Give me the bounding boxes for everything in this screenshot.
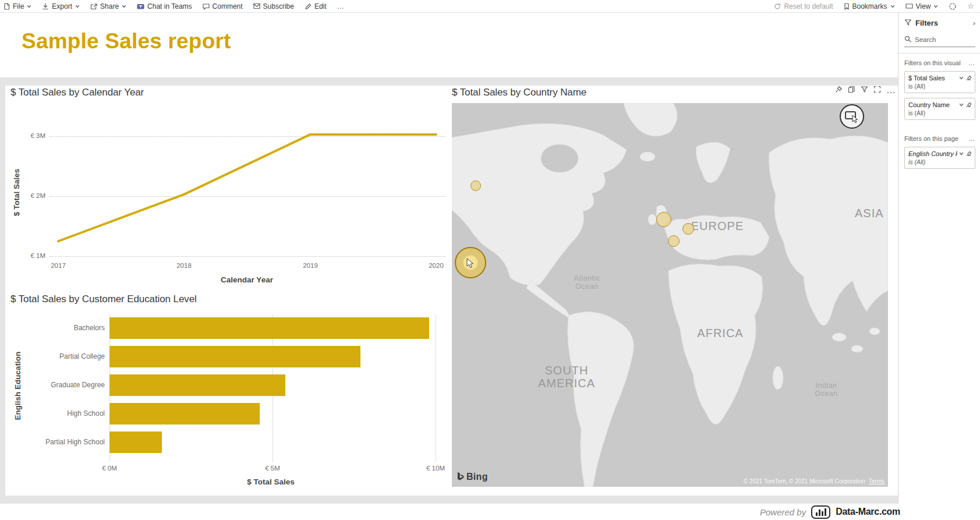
file-icon bbox=[3, 3, 10, 10]
bar-x-tick-10m: € 10M bbox=[419, 465, 452, 472]
x-tick-2019: 2019 bbox=[296, 262, 325, 269]
map-bubble-united-kingdom[interactable] bbox=[656, 212, 671, 227]
filter-field-name: $ Total Sales bbox=[908, 75, 957, 82]
bar-label-high-school: High School bbox=[23, 409, 105, 418]
bar-partial-high-school[interactable] bbox=[109, 431, 162, 453]
bing-label: Bing bbox=[466, 472, 488, 482]
view-menu[interactable]: View bbox=[905, 2, 939, 10]
x-tick-2018: 2018 bbox=[169, 262, 199, 269]
y-tick-3m: € 3M bbox=[22, 132, 45, 139]
filter-funnel-icon bbox=[904, 19, 912, 27]
filter-condition: is (All) bbox=[908, 109, 972, 116]
sales-by-year-line[interactable] bbox=[49, 122, 451, 265]
page-title: Sample Sales report bbox=[22, 29, 231, 54]
bar-chart-title: $ Total Sales by Customer Education Leve… bbox=[10, 293, 197, 305]
map-bubble-france[interactable] bbox=[668, 235, 680, 247]
subscribe-button[interactable]: Subscribe bbox=[253, 2, 294, 10]
share-menu[interactable]: Share bbox=[90, 2, 126, 10]
attribution-text: © 2021 TomTom, © 2021 Microsoft Corporat… bbox=[744, 478, 865, 484]
footer-branding: Powered by Data-Marc.com bbox=[760, 504, 900, 520]
export-icon bbox=[42, 3, 49, 10]
filters-panel-header: Filters › bbox=[898, 13, 980, 32]
favorite-button[interactable]: ☆ bbox=[967, 2, 974, 10]
bar-label-partial-high-school: Partial High School bbox=[23, 438, 105, 446]
filter-card-country-name[interactable]: Country Name is (All) bbox=[904, 98, 975, 120]
filters-on-visual-heading: Filters on this visual … bbox=[898, 54, 980, 69]
bar-graduate-degree[interactable] bbox=[109, 374, 285, 396]
filter-search-input[interactable]: Search bbox=[904, 33, 975, 47]
visual-more-options-icon[interactable]: … bbox=[886, 85, 896, 95]
bookmark-icon bbox=[844, 3, 850, 10]
map-title: $ Total Sales by Country Name bbox=[452, 87, 586, 98]
filter-card-english-country-region[interactable]: English Country Region... is (All) bbox=[904, 147, 975, 169]
filter-condition: is (All) bbox=[908, 158, 972, 165]
data-marc-link[interactable]: Data-Marc.com bbox=[836, 507, 900, 517]
clear-filter-icon[interactable] bbox=[965, 101, 972, 108]
export-menu[interactable]: Export bbox=[42, 2, 80, 10]
chat-in-teams-button[interactable]: Chat in Teams bbox=[137, 2, 192, 10]
y-tick-1m: € 1M bbox=[22, 252, 45, 259]
export-menu-label: Export bbox=[52, 2, 72, 10]
bing-b-icon bbox=[457, 472, 464, 482]
filter-condition: is (All) bbox=[908, 83, 972, 90]
pin-icon[interactable] bbox=[835, 85, 843, 95]
x-tick-2020: 2020 bbox=[422, 262, 451, 269]
terms-link[interactable]: Terms bbox=[869, 478, 885, 484]
bar-bachelors[interactable] bbox=[109, 317, 429, 339]
section-label: Filters on this page bbox=[904, 135, 968, 142]
map-bubble-layer bbox=[452, 103, 888, 487]
filter-funnel-icon[interactable] bbox=[861, 85, 868, 95]
reset-to-default-button[interactable]: Reset to default bbox=[774, 2, 833, 10]
y-tick-2m: € 2M bbox=[22, 192, 45, 199]
chevron-down-icon bbox=[933, 4, 938, 9]
search-icon bbox=[904, 36, 911, 44]
chevron-down-icon[interactable] bbox=[959, 151, 964, 156]
powerbi-report-viewer: File Export Share Chat in Teams Comment bbox=[0, 0, 980, 520]
section-label: Filters on this visual bbox=[904, 59, 968, 66]
chevron-down-icon bbox=[122, 4, 126, 9]
ellipsis-icon: … bbox=[337, 2, 345, 10]
comment-button[interactable]: Comment bbox=[203, 2, 243, 10]
copy-icon[interactable] bbox=[848, 85, 855, 95]
file-menu[interactable]: File bbox=[3, 2, 31, 10]
footer-bar: Powered by Data-Marc.com bbox=[0, 504, 980, 520]
bing-map[interactable]: EUROPE ASIA AFRICA SOUTH AMERICA Atlanti… bbox=[452, 103, 888, 487]
bar-label-graduate-degree: Graduate Degree bbox=[23, 381, 105, 389]
bookmarks-menu[interactable]: Bookmarks bbox=[844, 2, 895, 10]
map-bubble-canada[interactable] bbox=[470, 181, 481, 191]
section-more-icon[interactable]: … bbox=[968, 59, 975, 66]
chevron-down-icon bbox=[75, 4, 80, 9]
chat-in-teams-label: Chat in Teams bbox=[147, 2, 192, 10]
filters-panel-title: Filters bbox=[915, 19, 970, 27]
share-icon bbox=[90, 3, 97, 10]
filter-field-name: Country Name bbox=[908, 101, 957, 108]
bar-partial-college[interactable] bbox=[109, 346, 360, 367]
chevron-down-icon[interactable] bbox=[959, 76, 964, 80]
data-marc-logo-icon bbox=[811, 505, 830, 519]
view-label: View bbox=[916, 2, 931, 10]
teams-icon bbox=[137, 3, 144, 10]
x-tick-2017: 2017 bbox=[44, 262, 73, 269]
toolbar-more-button[interactable]: … bbox=[337, 2, 345, 10]
map-bubble-germany[interactable] bbox=[682, 223, 694, 235]
filters-panel: Filters › Search Filters on this visual … bbox=[898, 13, 980, 504]
share-menu-label: Share bbox=[100, 2, 119, 10]
map-box-zoom-control[interactable] bbox=[840, 104, 864, 129]
chevron-down-icon[interactable] bbox=[959, 102, 964, 107]
mouse-cursor bbox=[466, 258, 474, 268]
focus-mode-icon[interactable] bbox=[873, 85, 881, 95]
refresh-button[interactable] bbox=[949, 2, 957, 10]
pencil-icon bbox=[305, 3, 312, 10]
subscribe-label: Subscribe bbox=[263, 2, 294, 10]
filter-card-total-sales[interactable]: $ Total Sales is (All) bbox=[904, 71, 975, 93]
bar-chart-y-axis-title: English Education bbox=[13, 345, 22, 427]
envelope-icon bbox=[253, 3, 260, 9]
clear-filter-icon[interactable] bbox=[965, 74, 972, 82]
collapse-panel-chevron[interactable]: › bbox=[973, 19, 975, 27]
line-chart-y-axis-title: $ Total Sales bbox=[12, 164, 21, 222]
section-more-icon[interactable]: … bbox=[968, 135, 975, 142]
clear-filter-icon[interactable] bbox=[965, 150, 972, 157]
edit-button[interactable]: Edit bbox=[305, 2, 327, 10]
file-menu-label: File bbox=[13, 2, 24, 10]
bar-high-school[interactable] bbox=[109, 403, 260, 425]
